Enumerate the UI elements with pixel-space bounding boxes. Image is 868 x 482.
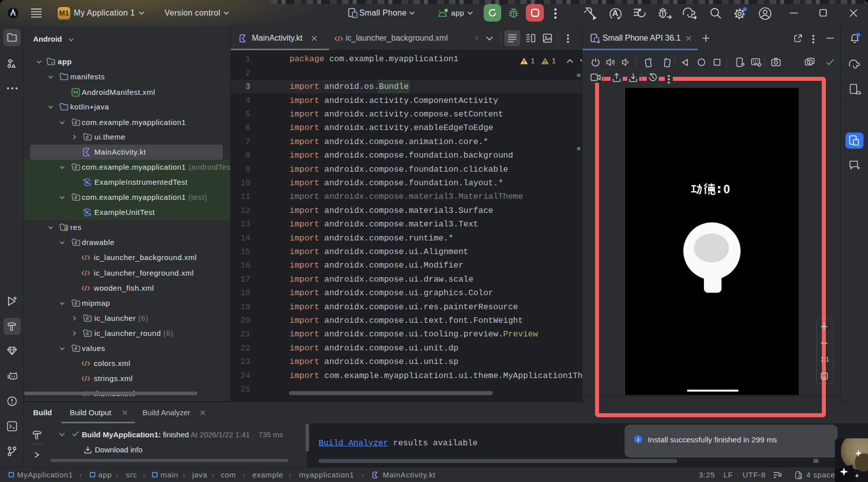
svg-text:A: A	[612, 9, 618, 18]
